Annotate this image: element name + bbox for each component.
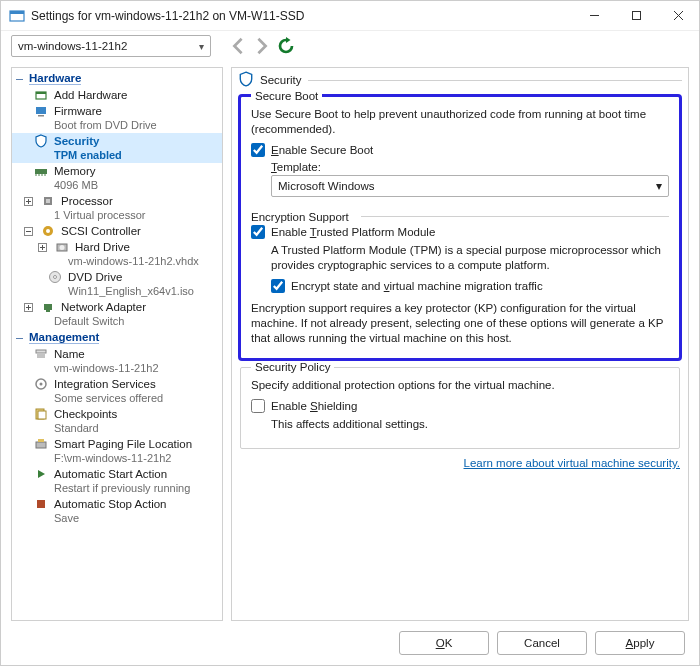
- expand-icon[interactable]: [38, 243, 47, 252]
- memory-icon: [34, 164, 48, 178]
- sidebar-item-auto-stop[interactable]: Automatic Stop Action Save: [12, 496, 222, 526]
- nav-back-button[interactable]: [229, 37, 247, 55]
- enable-shielding-checkbox[interactable]: Enable Shielding: [251, 399, 669, 413]
- sidebar-item-memory[interactable]: Memory 4096 MB: [12, 163, 222, 193]
- nav-forward-button[interactable]: [253, 37, 271, 55]
- dvd-icon: [48, 270, 62, 284]
- svg-rect-42: [38, 411, 46, 419]
- collapse-icon: [15, 333, 24, 342]
- network-icon: [41, 300, 55, 314]
- svg-rect-36: [36, 350, 46, 353]
- template-select[interactable]: Microsoft Windows ▾: [271, 175, 669, 197]
- learn-more-link[interactable]: Learn more about virtual machine securit…: [240, 457, 680, 469]
- security-policy-title: Security Policy: [251, 361, 334, 373]
- svg-rect-19: [46, 199, 50, 203]
- svg-rect-9: [38, 115, 44, 117]
- chevron-down-icon: ▾: [199, 41, 204, 52]
- highlighted-security-group: Secure Boot Use Secure Boot to help prev…: [240, 96, 680, 359]
- sidebar-item-scsi[interactable]: SCSI Controller: [12, 223, 222, 239]
- security-policy-group: Security Policy Specify additional prote…: [240, 367, 680, 449]
- vm-selector-dropdown[interactable]: vm-windows-11-21h2 ▾: [11, 35, 211, 57]
- hard-drive-icon: [55, 240, 69, 254]
- apply-button[interactable]: Apply: [595, 631, 685, 655]
- sidebar-item-hard-drive[interactable]: Hard Drive vm-windows-11-21h2.vhdx: [12, 239, 222, 269]
- settings-icon: [9, 8, 25, 24]
- svg-rect-34: [44, 304, 52, 310]
- svg-point-23: [46, 229, 50, 233]
- shield-icon: [238, 71, 254, 89]
- tpm-desc: A Trusted Platform Module (TPM) is a spe…: [271, 243, 669, 273]
- svg-rect-45: [37, 500, 45, 508]
- svg-rect-43: [36, 442, 46, 448]
- window-title: Settings for vm-windows-11-21h2 on VM-W1…: [31, 9, 573, 23]
- processor-icon: [41, 194, 55, 208]
- scsi-icon: [41, 224, 55, 238]
- expand-icon[interactable]: [24, 303, 33, 312]
- settings-sidebar: Hardware Add Hardware Firmware Boot from…: [11, 67, 223, 621]
- svg-rect-1: [10, 11, 24, 14]
- sidebar-item-integration[interactable]: Integration Services Some services offer…: [12, 376, 222, 406]
- sidebar-item-auto-start[interactable]: Automatic Start Action Restart if previo…: [12, 466, 222, 496]
- svg-rect-35: [46, 310, 50, 312]
- sidebar-item-dvd-drive[interactable]: DVD Drive Win11_English_x64v1.iso: [12, 269, 222, 299]
- cancel-button[interactable]: Cancel: [497, 631, 587, 655]
- close-button[interactable]: [657, 1, 699, 31]
- svg-point-30: [54, 276, 57, 279]
- sidebar-item-smart-paging[interactable]: Smart Paging File Location F:\vm-windows…: [12, 436, 222, 466]
- sidebar-item-firmware[interactable]: Firmware Boot from DVD Drive: [12, 103, 222, 133]
- integration-icon: [34, 377, 48, 391]
- chevron-down-icon: ▾: [656, 179, 662, 193]
- secure-boot-desc: Use Secure Boot to help prevent unauthor…: [251, 107, 669, 137]
- collapse-icon: [15, 74, 24, 83]
- maximize-button[interactable]: [615, 1, 657, 31]
- svg-rect-8: [36, 107, 46, 114]
- svg-point-28: [60, 245, 65, 250]
- encrypt-traffic-checkbox[interactable]: Encrypt state and virtual machine migrat…: [271, 279, 669, 293]
- name-icon: [34, 347, 48, 361]
- smart-paging-icon: [34, 437, 48, 451]
- sidebar-item-security[interactable]: Security TPM enabled: [12, 133, 222, 163]
- ok-button[interactable]: OK: [399, 631, 489, 655]
- encryption-support-title: Encryption Support: [251, 211, 349, 223]
- svg-point-40: [40, 383, 43, 386]
- svg-rect-10: [35, 169, 47, 174]
- enable-tpm-checkbox[interactable]: Enable Trusted Platform Module: [251, 225, 669, 239]
- minimize-button[interactable]: [573, 1, 615, 31]
- svg-rect-44: [38, 439, 44, 442]
- svg-rect-3: [632, 12, 640, 20]
- section-hardware[interactable]: Hardware: [12, 70, 222, 87]
- sidebar-item-checkpoints[interactable]: Checkpoints Standard: [12, 406, 222, 436]
- auto-start-icon: [34, 467, 48, 481]
- svg-rect-7: [36, 92, 46, 94]
- collapse-icon[interactable]: [24, 227, 33, 236]
- section-management[interactable]: Management: [12, 329, 222, 346]
- sidebar-item-processor[interactable]: Processor 1 Virtual processor: [12, 193, 222, 223]
- kp-desc: Encryption support requires a key protec…: [251, 301, 669, 346]
- titlebar: Settings for vm-windows-11-21h2 on VM-W1…: [1, 1, 699, 31]
- sidebar-item-network[interactable]: Network Adapter Default Switch: [12, 299, 222, 329]
- toolbar: vm-windows-11-21h2 ▾: [1, 31, 699, 61]
- shield-icon: [34, 134, 48, 148]
- refresh-button[interactable]: [277, 37, 295, 55]
- sidebar-item-name[interactable]: Name vm-windows-11-21h2: [12, 346, 222, 376]
- vm-selector-value: vm-windows-11-21h2: [18, 40, 127, 52]
- auto-stop-icon: [34, 497, 48, 511]
- sidebar-item-add-hardware[interactable]: Add Hardware: [12, 87, 222, 103]
- expand-icon[interactable]: [24, 197, 33, 206]
- secure-boot-title: Secure Boot: [251, 92, 322, 102]
- settings-detail-pane: Security Secure Boot Use Secure Boot to …: [231, 67, 689, 621]
- checkpoints-icon: [34, 407, 48, 421]
- enable-secure-boot-checkbox[interactable]: EEnable Secure Bootnable Secure Boot: [251, 143, 669, 157]
- add-hardware-icon: [34, 88, 48, 102]
- dialog-footer: OK Cancel Apply: [1, 621, 699, 665]
- pane-title: Security: [260, 74, 302, 86]
- template-label: Template:: [271, 161, 669, 173]
- security-policy-desc: Specify additional protection options fo…: [251, 378, 669, 393]
- firmware-icon: [34, 104, 48, 118]
- shielding-note: This affects additional settings.: [271, 417, 669, 432]
